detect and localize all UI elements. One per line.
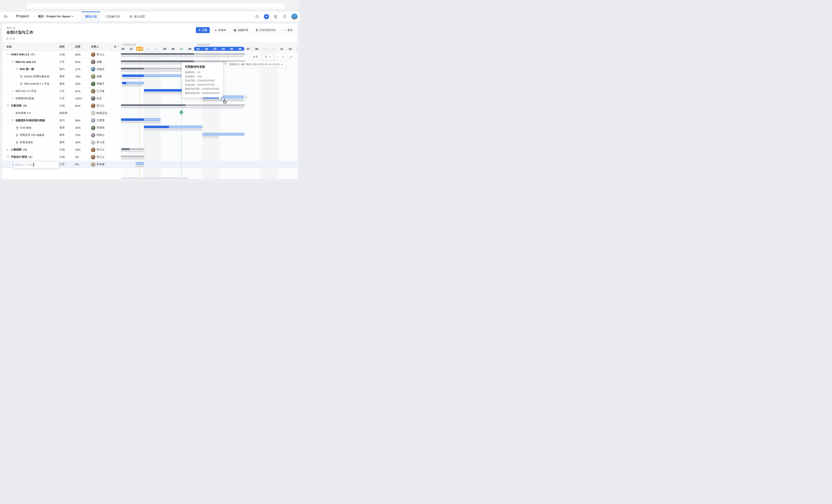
summary-bar[interactable] xyxy=(121,104,243,106)
more-button[interactable]: 更多 xyxy=(281,27,295,33)
close-window-button[interactable] xyxy=(5,5,8,7)
owner-avatar xyxy=(91,162,95,167)
day-label[interactable]: 13 xyxy=(294,47,297,51)
day-label[interactable]: 今天 xyxy=(135,47,144,51)
add-milestone-button[interactable]: 里程碑 xyxy=(212,27,229,33)
minimize-window-button[interactable] xyxy=(12,5,15,7)
zoom-in-button[interactable]: + xyxy=(281,55,286,59)
summary-bar[interactable] xyxy=(121,53,243,55)
table-row[interactable]: ONES Wiki 2.0（7）计划60%李江云 xyxy=(2,51,121,58)
summary-bar[interactable] xyxy=(121,148,143,150)
table-row[interactable]: 发布官网 4.0里程碑欧阳莎莎... xyxy=(2,110,121,117)
baseline-compare-dropdown[interactable]: 基线对比: 修订项目计划 (2020-05-28 20:20) xyxy=(227,62,285,67)
bar-right-handle[interactable] xyxy=(245,96,245,98)
table-row[interactable]: 平面设计管理（1）计划0%李江云 xyxy=(2,153,121,161)
maximize-window-button[interactable] xyxy=(18,5,21,7)
day-label[interactable]: 02 xyxy=(202,47,211,51)
table-row[interactable]: Wiki for web 2.0工作65%赵楠 xyxy=(2,58,121,66)
day-label[interactable]: 01 xyxy=(194,47,202,51)
table-row[interactable]: Wiki 第一期迭代37%何晓东 xyxy=(2,66,121,73)
chevron-down-icon[interactable] xyxy=(7,54,9,56)
notifications-bell-icon[interactable] xyxy=(282,13,288,20)
day-label[interactable]: 28 xyxy=(186,47,194,51)
user-avatar[interactable] xyxy=(291,13,297,20)
fullscreen-button[interactable] xyxy=(288,54,293,60)
project-selector[interactable]: 项目：Project for Space xyxy=(38,15,74,18)
day-label[interactable]: 04 xyxy=(219,47,227,51)
table-row[interactable]: 官网新特性更新工作100%朱志 xyxy=(2,95,121,102)
table-row[interactable]: 万事官网（5）计划60%李江云 xyxy=(2,102,121,110)
day-label[interactable]: 11 xyxy=(278,47,286,51)
sidebar-toggle-icon[interactable] xyxy=(3,14,8,19)
gantt-bar[interactable] xyxy=(121,118,160,121)
chevron-down-icon[interactable] xyxy=(11,119,14,122)
milestone-done-marker[interactable] xyxy=(179,110,183,114)
bar-right-handle[interactable] xyxy=(246,96,246,98)
gantt-bar[interactable] xyxy=(202,133,244,136)
bar-progress-fill xyxy=(122,75,144,77)
table-row[interactable]: Wiki Android 2.1 开发需求20%李晓平 xyxy=(2,80,121,88)
day-label[interactable]: 23 xyxy=(144,47,152,51)
create-button[interactable]: + xyxy=(264,14,269,19)
summary-bar[interactable] xyxy=(121,60,243,62)
day-label[interactable]: 27 xyxy=(177,47,185,51)
gantt-bar[interactable] xyxy=(122,82,144,84)
owner-name: 汪恩博 xyxy=(97,119,105,122)
day-label[interactable]: 10 xyxy=(269,47,278,51)
gantt-bar[interactable] xyxy=(136,162,144,165)
table-row[interactable]: 价格页修改需求46%李小瑶 xyxy=(2,139,121,146)
column-header-type[interactable]: 类型 xyxy=(59,43,65,51)
history-snapshot-compare-button[interactable]: 历史快照对比 xyxy=(253,27,279,33)
owner-avatar xyxy=(91,111,95,115)
column-header-progress[interactable]: 进度 xyxy=(75,43,80,51)
summary-bar[interactable] xyxy=(121,156,143,158)
invite-member-icon[interactable] xyxy=(272,13,279,20)
chevron-down-icon[interactable] xyxy=(7,105,9,107)
column-header-name[interactable]: 名称 xyxy=(6,43,12,51)
day-label[interactable]: 08 xyxy=(253,47,261,51)
table-row[interactable]: 创建团队时候的项目模板迭代88%汪恩博 xyxy=(2,117,121,124)
column-header-owner[interactable]: 负责人 xyxy=(91,43,99,51)
day-label[interactable]: 25 xyxy=(160,47,169,51)
table-row[interactable]: Docker 部署到服务器需求79%胡夏 xyxy=(2,73,121,80)
table-row[interactable]: 官网首页 iOS 端修改需求75%何婷云 xyxy=(2,132,121,139)
today-button[interactable]: 今天 xyxy=(251,54,260,60)
tab-project-plan[interactable]: 项目计划 xyxy=(82,11,100,22)
chevron-right-icon[interactable] xyxy=(7,149,9,151)
tab-decomposed-tasks[interactable]: 已拆解任务 xyxy=(102,11,124,22)
table-row[interactable]: Card 修改需求33%李国燕 xyxy=(2,124,121,132)
day-label[interactable]: 26 xyxy=(169,47,177,51)
create-snapshot-button[interactable]: 创建快照 xyxy=(231,27,251,33)
day-label[interactable]: 05 xyxy=(228,47,236,51)
chevron-down-icon[interactable] xyxy=(11,61,14,63)
gantt-bar[interactable] xyxy=(144,126,202,128)
new-work-title-input[interactable]: 请输入工作标题 xyxy=(14,162,58,168)
zoom-out-button[interactable]: − xyxy=(275,55,280,59)
day-gridline xyxy=(269,51,269,179)
table-row[interactable]: Wiki iOS 2.0 开发工作62%王万春 xyxy=(2,88,121,95)
weekend-column-shade xyxy=(269,51,278,179)
search-icon[interactable] xyxy=(254,13,260,20)
day-label[interactable]: 03 xyxy=(211,47,219,51)
table-settings-gear-icon[interactable] xyxy=(114,43,117,51)
table-row[interactable]: 人事招聘（4）计划43%李江云 xyxy=(2,146,121,153)
day-label[interactable]: 09 xyxy=(261,47,269,51)
tab-project-settings[interactable]: 项目设置 xyxy=(126,11,149,22)
day-label[interactable]: 06 xyxy=(236,47,244,51)
day-label[interactable]: 12 xyxy=(286,47,294,51)
day-label[interactable]: 20 xyxy=(121,47,127,51)
task-type: 里程碑 xyxy=(59,110,68,117)
owner-name: 李江云 xyxy=(97,53,105,56)
baseline-bar xyxy=(121,107,242,108)
task-owner: 李江云 xyxy=(91,51,105,58)
day-label[interactable]: 07 xyxy=(244,47,253,51)
gantt-bar[interactable] xyxy=(122,75,181,77)
time-scale-dropdown[interactable]: 天 xyxy=(262,54,273,60)
chevron-down-icon[interactable] xyxy=(7,156,9,158)
add-work-button[interactable]: 工作 xyxy=(196,27,210,33)
day-label[interactable]: 21 xyxy=(127,47,135,51)
address-bar[interactable] xyxy=(27,3,284,9)
chevron-down-icon[interactable] xyxy=(16,68,18,71)
summary-bar[interactable] xyxy=(121,68,182,70)
day-label[interactable]: 24 xyxy=(152,47,160,51)
